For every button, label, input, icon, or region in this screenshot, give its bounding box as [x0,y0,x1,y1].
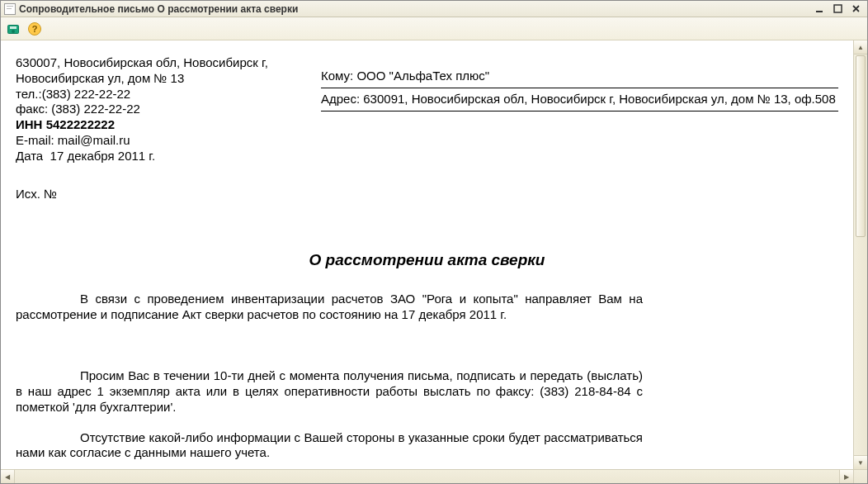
scroll-down-arrow-icon[interactable]: ▼ [854,455,867,469]
recipient-address: Адрес: 630091, Новосибирская обл, Новоси… [321,90,838,112]
recipient-block: Кому: ООО "АльфаТех плюс" Адрес: 630091,… [321,55,838,164]
minimize-button[interactable] [811,3,828,15]
svg-rect-3 [10,26,17,29]
scroll-thumb[interactable] [856,55,866,237]
svg-rect-1 [834,5,842,12]
sender-inn: ИНН 5422222222 [16,117,296,133]
sender-fax: факс: (383) 222-22-22 [16,102,296,117]
outgoing-number: Исх. № [16,187,838,202]
sender-tel: тел.:(383) 222-22-22 [16,87,296,102]
maximize-button[interactable] [829,3,846,15]
save-to-disk-button[interactable] [4,20,22,38]
window-title: Сопроводительное письмо О рассмотрении а… [19,3,808,15]
paragraph-2: Просим Вас в течении 10-ти дней с момент… [16,368,643,415]
document-body: В связи с проведением инвентаризации рас… [16,292,643,461]
svg-rect-0 [816,11,823,12]
recipient-to: Кому: ООО "АльфаТех плюс" [321,67,838,88]
help-icon: ? [28,22,41,36]
vertical-scrollbar[interactable]: ▲ ▼ [853,40,867,469]
document-heading: О рассмотрении акта сверки [16,250,838,270]
scroll-corner [853,469,867,483]
document-viewport: 630007, Новосибирская обл, Новосибирск г… [1,40,867,483]
toolbar: ? [1,17,867,40]
window-titlebar: Сопроводительное письмо О рассмотрении а… [1,1,867,17]
scroll-up-arrow-icon[interactable]: ▲ [854,40,867,55]
document-page: 630007, Новосибирская обл, Новосибирск г… [1,40,853,469]
help-button[interactable]: ? [26,20,44,38]
diskette-camera-icon [7,22,20,36]
paragraph-1: В связи с проведением инвентаризации рас… [16,292,643,323]
sender-email: E-mail: mail@mail.ru [16,133,296,149]
scroll-left-arrow-icon[interactable]: ◀ [1,470,15,483]
svg-point-4 [12,30,15,33]
sender-date: Дата 17 декабря 2011 г. [16,149,296,164]
paragraph-3: Отсутствие какой-либо информации с Вашей… [16,430,643,462]
horizontal-scrollbar[interactable]: ◀ ▶ [1,469,853,483]
sender-address-line2: Новосибирская ул, дом № 13 [16,71,296,87]
scroll-right-arrow-icon[interactable]: ▶ [839,470,853,483]
close-button[interactable] [847,3,864,15]
sender-address-line1: 630007, Новосибирская обл, Новосибирск г… [16,55,296,71]
sender-block: 630007, Новосибирская обл, Новосибирск г… [16,55,296,164]
document-icon [4,3,16,15]
